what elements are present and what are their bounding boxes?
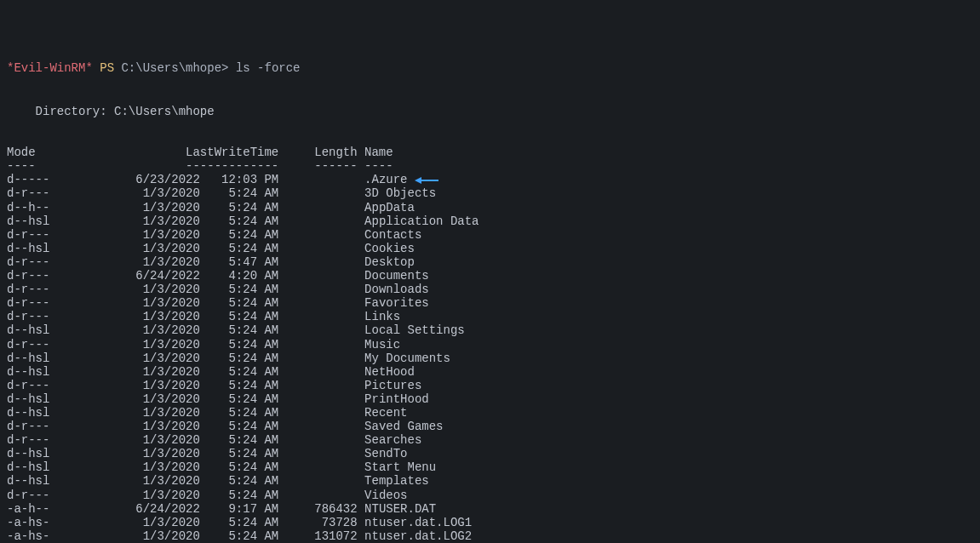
directory-path: C:\Users\mhope [114, 105, 215, 118]
column-underline: ---- ------------- ------ ---- [7, 159, 393, 173]
file-name: Downloads [364, 283, 429, 296]
list-item: d--hsl 1/3/2020 5:24 AM [7, 323, 364, 337]
list-item: d-r--- 1/3/2020 5:24 AM [7, 283, 364, 296]
file-name: NetHood [364, 365, 415, 379]
evil-winrm-label: *Evil-WinRM* [7, 61, 93, 75]
list-item: d-r--- 1/3/2020 5:24 AM [7, 420, 364, 433]
file-name: Cookies [364, 242, 415, 255]
file-name: SendTo [364, 447, 407, 460]
column-headers: Mode LastWriteTime Length Name [7, 146, 393, 159]
file-name: Recent [364, 406, 407, 420]
list-item: d-r--- 1/3/2020 5:24 AM [7, 433, 364, 447]
list-item: d-r--- 1/3/2020 5:24 AM [7, 310, 364, 323]
file-name: NTUSER.DAT [364, 502, 436, 516]
file-name: My Documents [364, 352, 450, 365]
file-name: Favorites [364, 296, 429, 310]
list-item: d--hsl 1/3/2020 5:24 AM [7, 242, 364, 255]
prompt-line: *Evil-WinRM* PS C:\Users\mhope> ls -forc… [7, 61, 973, 75]
file-name: 3D Objects [364, 186, 436, 200]
file-name: Start Menu [364, 460, 436, 474]
file-name: Links [364, 310, 400, 323]
file-name: Documents [364, 269, 429, 283]
file-name: Videos [364, 489, 407, 502]
list-item: d--hsl 1/3/2020 5:24 AM [7, 447, 364, 460]
directory-label: Directory: [7, 105, 114, 118]
file-name: AppData [364, 201, 415, 214]
file-name: .Azure [364, 173, 407, 186]
file-name: Desktop [364, 255, 415, 269]
file-name: Templates [364, 474, 429, 488]
arrow-left-icon [415, 173, 438, 186]
list-item: d----- 6/23/2022 12:03 PM [7, 173, 364, 186]
list-item: d-r--- 1/3/2020 5:24 AM [7, 489, 364, 502]
list-item: d-r--- 1/3/2020 5:24 AM [7, 228, 364, 242]
list-item: -a-hs- 1/3/2020 5:24 AM 131072 [7, 529, 364, 543]
file-name: Music [364, 338, 400, 352]
list-item: d-r--- 1/3/2020 5:24 AM [7, 296, 364, 310]
list-item: d--h-- 1/3/2020 5:24 AM [7, 201, 364, 214]
file-name: ntuser.dat.LOG1 [364, 516, 472, 529]
file-name: PrintHood [364, 392, 429, 406]
file-name: Contacts [364, 228, 421, 242]
list-item: d-r--- 6/24/2022 4:20 AM [7, 269, 364, 283]
file-name: Local Settings [364, 323, 465, 337]
list-item: d-r--- 1/3/2020 5:24 AM [7, 338, 364, 352]
list-item: d--hsl 1/3/2020 5:24 AM [7, 352, 364, 365]
prompt-path: C:\Users\mhope> [121, 61, 228, 75]
list-item: d--hsl 1/3/2020 5:24 AM [7, 406, 364, 420]
list-item: d-r--- 1/3/2020 5:47 AM [7, 255, 364, 269]
file-name: Saved Games [364, 420, 443, 433]
list-item: -a-hs- 1/3/2020 5:24 AM 73728 [7, 516, 364, 529]
terminal-output[interactable]: *Evil-WinRM* PS C:\Users\mhope> ls -forc… [7, 61, 973, 543]
file-name: Searches [364, 433, 421, 447]
list-item: d--hsl 1/3/2020 5:24 AM [7, 474, 364, 488]
file-name: ntuser.dat.LOG2 [364, 529, 472, 543]
list-item: d--hsl 1/3/2020 5:24 AM [7, 365, 364, 379]
file-name: Pictures [364, 379, 421, 392]
list-item: d--hsl 1/3/2020 5:24 AM [7, 392, 364, 406]
list-item: d--hsl 1/3/2020 5:24 AM [7, 214, 364, 228]
svg-marker-1 [415, 177, 421, 184]
list-item: d-r--- 1/3/2020 5:24 AM [7, 379, 364, 392]
ps-label: PS [100, 61, 114, 75]
file-name: Application Data [364, 214, 479, 228]
list-item: -a-h-- 6/24/2022 9:17 AM 786432 [7, 502, 364, 516]
prompt-command: ls -force [236, 61, 301, 75]
list-item: d-r--- 1/3/2020 5:24 AM [7, 186, 364, 200]
list-item: d--hsl 1/3/2020 5:24 AM [7, 460, 364, 474]
